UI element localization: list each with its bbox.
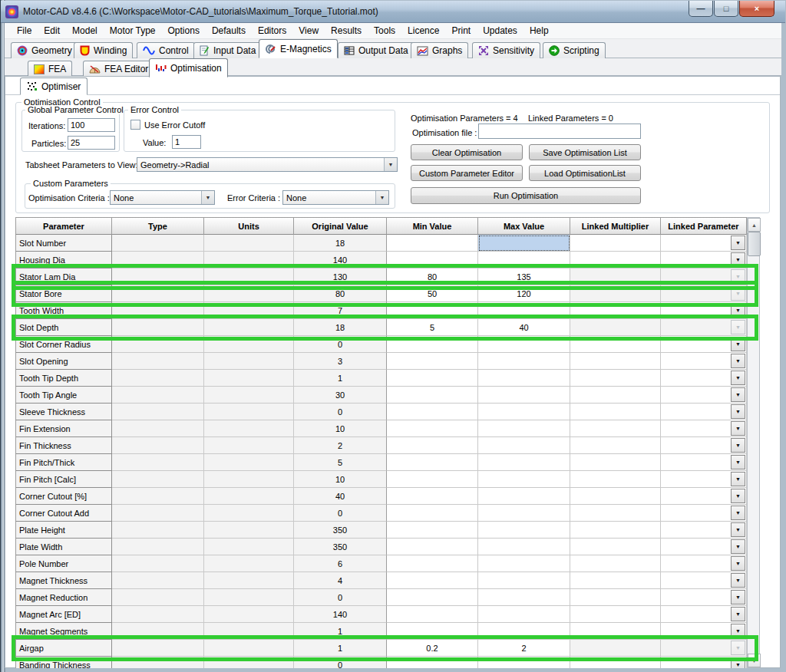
- custom-parameter-editor-button[interactable]: Custom Parameter Editor: [411, 165, 523, 181]
- cell-min-value[interactable]: 50: [387, 285, 478, 302]
- cell-linked-parameter[interactable]: ▼: [661, 319, 747, 336]
- cell-linked-parameter[interactable]: ▼: [661, 336, 747, 353]
- menu-item[interactable]: Motor Type: [104, 24, 162, 38]
- menu-item[interactable]: Defaults: [206, 24, 252, 38]
- cell-linked-multiplier[interactable]: [570, 336, 661, 353]
- cell-max-value[interactable]: [478, 353, 570, 370]
- cell-linked-multiplier[interactable]: [570, 252, 661, 268]
- linked-parameter-dropdown-button[interactable]: ▼: [731, 252, 745, 267]
- menu-item[interactable]: Updates: [477, 24, 523, 38]
- cell-linked-multiplier[interactable]: [570, 589, 661, 606]
- cell-max-value[interactable]: [478, 488, 570, 505]
- linked-parameter-dropdown-button[interactable]: ▼: [731, 641, 745, 655]
- tabsheet-parameters-combo[interactable]: Geometry->Radial ▼: [137, 157, 398, 172]
- menu-item[interactable]: File: [11, 24, 38, 38]
- menu-item[interactable]: Print: [445, 24, 477, 38]
- cell-max-value[interactable]: [478, 235, 570, 252]
- tab-optimiser[interactable]: Optimiser: [20, 77, 88, 95]
- linked-parameter-dropdown-button[interactable]: ▼: [731, 371, 745, 385]
- cell-max-value[interactable]: [478, 539, 570, 555]
- cell-min-value[interactable]: 0.2: [387, 640, 478, 657]
- cell-linked-parameter[interactable]: ▼: [661, 252, 747, 268]
- use-error-cutoff-checkbox[interactable]: [130, 120, 140, 130]
- cell-linked-parameter[interactable]: ▼: [661, 606, 747, 623]
- tab-control[interactable]: Control: [137, 42, 195, 58]
- cell-min-value[interactable]: [387, 488, 478, 505]
- cell-linked-parameter[interactable]: ▼: [661, 522, 747, 539]
- cell-min-value[interactable]: [387, 572, 478, 589]
- cell-linked-multiplier[interactable]: [570, 505, 661, 522]
- cell-min-value[interactable]: [387, 505, 478, 522]
- cell-linked-parameter[interactable]: ▼: [661, 387, 747, 404]
- cell-max-value[interactable]: 2: [478, 640, 570, 657]
- minimize-button[interactable]: —: [689, 1, 713, 17]
- linked-parameter-dropdown-button[interactable]: ▼: [731, 337, 745, 351]
- linked-parameter-dropdown-button[interactable]: ▼: [731, 236, 745, 250]
- linked-parameter-dropdown-button[interactable]: ▼: [731, 539, 745, 554]
- cell-min-value[interactable]: [387, 302, 478, 319]
- header-parameter[interactable]: Parameter: [15, 217, 112, 235]
- menu-item[interactable]: Licence: [401, 24, 445, 38]
- iterations-input[interactable]: [68, 118, 115, 132]
- header-max-value[interactable]: Max Value: [478, 217, 570, 235]
- tab-output-data[interactable]: Output Data: [338, 42, 414, 58]
- cell-linked-parameter[interactable]: ▼: [661, 623, 747, 640]
- tab-geometry[interactable]: Geometry: [11, 42, 78, 58]
- cell-min-value[interactable]: [387, 606, 478, 623]
- cell-max-value[interactable]: [478, 471, 570, 488]
- linked-parameter-dropdown-button[interactable]: ▼: [731, 387, 745, 402]
- linked-parameter-dropdown-button[interactable]: ▼: [731, 286, 745, 301]
- error-value-input[interactable]: [172, 135, 201, 149]
- linked-parameter-dropdown-button[interactable]: ▼: [731, 556, 745, 571]
- linked-parameter-dropdown-button[interactable]: ▼: [731, 354, 745, 368]
- cell-max-value[interactable]: [478, 589, 570, 606]
- cell-linked-multiplier[interactable]: [570, 555, 661, 572]
- cell-linked-parameter[interactable]: ▼: [661, 235, 747, 252]
- cell-min-value[interactable]: [387, 437, 478, 454]
- load-optimisation-list-button[interactable]: Load OptimisationList: [529, 165, 641, 181]
- cell-max-value[interactable]: 120: [478, 285, 570, 302]
- cell-linked-multiplier[interactable]: [570, 319, 661, 336]
- cell-max-value[interactable]: [478, 657, 570, 668]
- clear-optimisation-button[interactable]: Clear Optimisation: [411, 144, 523, 160]
- menu-item[interactable]: Model: [66, 24, 104, 38]
- cell-linked-parameter[interactable]: ▼: [661, 505, 747, 522]
- linked-parameter-dropdown-button[interactable]: ▼: [731, 421, 745, 436]
- cell-linked-multiplier[interactable]: [570, 404, 661, 420]
- cell-linked-multiplier[interactable]: [570, 539, 661, 555]
- cell-linked-multiplier[interactable]: [570, 387, 661, 404]
- cell-linked-multiplier[interactable]: [570, 370, 661, 387]
- cell-linked-parameter[interactable]: ▼: [661, 268, 747, 285]
- linked-parameter-dropdown-button[interactable]: ▼: [731, 472, 745, 486]
- cell-min-value[interactable]: [387, 589, 478, 606]
- cell-min-value[interactable]: [387, 353, 478, 370]
- cell-linked-multiplier[interactable]: [570, 454, 661, 471]
- cell-linked-multiplier[interactable]: [570, 623, 661, 640]
- cell-max-value[interactable]: [478, 454, 570, 471]
- header-min-value[interactable]: Min Value: [387, 217, 478, 235]
- cell-max-value[interactable]: [478, 404, 570, 420]
- menu-item[interactable]: Edit: [38, 24, 66, 38]
- cell-linked-multiplier[interactable]: [570, 606, 661, 623]
- cell-linked-parameter[interactable]: ▼: [661, 437, 747, 454]
- scroll-up-button[interactable]: ▲: [748, 218, 761, 232]
- tab-input-data[interactable]: Input Data: [193, 42, 262, 58]
- cell-linked-multiplier[interactable]: [570, 522, 661, 539]
- table-scrollbar[interactable]: ▲ ▼: [747, 217, 760, 668]
- linked-parameter-dropdown-button[interactable]: ▼: [731, 455, 745, 469]
- cell-min-value[interactable]: 80: [387, 268, 478, 285]
- cell-min-value[interactable]: [387, 522, 478, 539]
- linked-parameter-dropdown-button[interactable]: ▼: [731, 489, 745, 503]
- save-optimisation-list-button[interactable]: Save Optimisation List: [529, 144, 641, 160]
- cell-max-value[interactable]: [478, 252, 570, 268]
- cell-linked-multiplier[interactable]: [570, 488, 661, 505]
- cell-min-value[interactable]: [387, 387, 478, 404]
- cell-max-value[interactable]: [478, 420, 570, 437]
- scroll-down-button[interactable]: ▼: [748, 654, 761, 667]
- cell-linked-parameter[interactable]: ▼: [661, 404, 747, 420]
- tab-fea[interactable]: FEA: [28, 61, 72, 77]
- menu-item[interactable]: View: [292, 24, 325, 38]
- linked-parameter-dropdown-button[interactable]: ▼: [731, 438, 745, 453]
- cell-linked-parameter[interactable]: ▼: [661, 572, 747, 589]
- cell-linked-parameter[interactable]: ▼: [661, 454, 747, 471]
